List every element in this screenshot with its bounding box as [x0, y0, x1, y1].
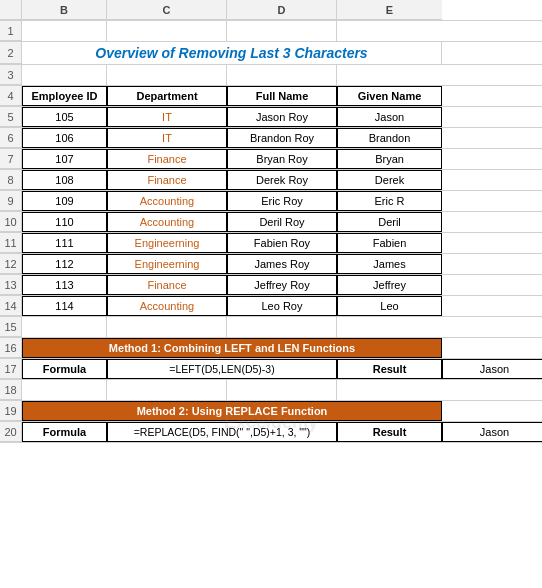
cell-dept-12: Engineerning: [107, 254, 227, 274]
row-num-3: 3: [0, 65, 22, 85]
cell-d1: [227, 21, 337, 41]
header-given-name: Given Name: [337, 86, 442, 106]
method2-header: Method 2: Using REPLACE Function: [22, 401, 442, 421]
cell-given-8: Derek: [337, 170, 442, 190]
row-num-10: 10: [0, 212, 22, 232]
cell-b15: [22, 317, 107, 337]
cell-full-9: Eric Roy: [227, 191, 337, 211]
cell-b18: [22, 380, 107, 400]
row-2: 2 Overview of Removing Last 3 Characters: [0, 42, 542, 65]
title-cell: Overview of Removing Last 3 Characters: [22, 42, 442, 64]
column-header-row: B C D E: [0, 0, 542, 21]
method1-result-label: Result: [337, 359, 442, 379]
cell-d18: [227, 380, 337, 400]
corner-header: [0, 0, 22, 20]
cell-dept-9: Accounting: [107, 191, 227, 211]
row-num-7: 7: [0, 149, 22, 169]
cell-id-13: 113: [22, 275, 107, 295]
cell-given-7: Bryan: [337, 149, 442, 169]
cell-full-13: Jeffrey Roy: [227, 275, 337, 295]
col-c-header: C: [107, 0, 227, 20]
data-row-8: 8 108 Finance Derek Roy Derek: [0, 170, 542, 191]
cell-given-12: James: [337, 254, 442, 274]
spreadsheet-container: B C D E 1 2 Overview of Removing Last 3 …: [0, 0, 542, 443]
cell-id-7: 107: [22, 149, 107, 169]
cell-given-11: Fabien: [337, 233, 442, 253]
method1-formula: =LEFT(D5,LEN(D5)-3): [107, 359, 337, 379]
cell-e1: [337, 21, 442, 41]
cell-id-8: 108: [22, 170, 107, 190]
header-full-name: Full Name: [227, 86, 337, 106]
cell-given-9: Eric R: [337, 191, 442, 211]
cell-given-10: Deril: [337, 212, 442, 232]
row-num-5: 5: [0, 107, 22, 127]
data-row-5: 5 105 IT Jason Roy Jason: [0, 107, 542, 128]
col-e-header: E: [337, 0, 442, 20]
method2-result-label: Result: [337, 422, 442, 442]
cell-b3: [22, 65, 107, 85]
data-row-13: 13 113 Finance Jeffrey Roy Jeffrey: [0, 275, 542, 296]
row-num-12: 12: [0, 254, 22, 274]
cell-d15: [227, 317, 337, 337]
col-b-header: B: [22, 0, 107, 20]
cell-dept-13: Finance: [107, 275, 227, 295]
cell-id-6: 106: [22, 128, 107, 148]
row-num-11: 11: [0, 233, 22, 253]
row-num-18: 18: [0, 380, 22, 400]
cell-e3: [337, 65, 442, 85]
cell-id-5: 105: [22, 107, 107, 127]
cell-given-6: Brandon: [337, 128, 442, 148]
cell-dept-11: Engineerning: [107, 233, 227, 253]
cell-c18: [107, 380, 227, 400]
cell-id-12: 112: [22, 254, 107, 274]
data-row-10: 10 110 Accounting Deril Roy Deril: [0, 212, 542, 233]
row-num-2: 2: [0, 42, 22, 64]
row-15: 15: [0, 317, 542, 338]
method1-header: Method 1: Combining LEFT and LEN Functio…: [22, 338, 442, 358]
cell-dept-14: Accounting: [107, 296, 227, 316]
cell-id-10: 110: [22, 212, 107, 232]
data-row-6: 6 106 IT Brandon Roy Brandon: [0, 128, 542, 149]
cell-full-12: James Roy: [227, 254, 337, 274]
row-16: 16 Method 1: Combining LEFT and LEN Func…: [0, 338, 542, 359]
cell-dept-10: Accounting: [107, 212, 227, 232]
method2-formula: =REPLACE(D5, FIND(" ",D5)+1, 3, ""): [107, 422, 337, 442]
method1-result: Jason: [442, 359, 542, 379]
method1-label: Formula: [22, 359, 107, 379]
cell-dept-7: Finance: [107, 149, 227, 169]
cell-id-14: 114: [22, 296, 107, 316]
cell-full-7: Bryan Roy: [227, 149, 337, 169]
cell-e15: [337, 317, 442, 337]
row-3: 3: [0, 65, 542, 86]
col-d-header: D: [227, 0, 337, 20]
cell-e18: [337, 380, 442, 400]
row-1: 1: [0, 21, 542, 42]
cell-full-10: Deril Roy: [227, 212, 337, 232]
row-num-15: 15: [0, 317, 22, 337]
cell-full-6: Brandon Roy: [227, 128, 337, 148]
row-num-19: 19: [0, 401, 22, 421]
row-num-6: 6: [0, 128, 22, 148]
data-row-12: 12 112 Engineerning James Roy James: [0, 254, 542, 275]
row-18: 18: [0, 380, 542, 401]
cell-b1: [22, 21, 107, 41]
row-num-16: 16: [0, 338, 22, 358]
cell-given-5: Jason: [337, 107, 442, 127]
row-num-14: 14: [0, 296, 22, 316]
cell-full-5: Jason Roy: [227, 107, 337, 127]
cell-c1: [107, 21, 227, 41]
row-17: 17 Formula =LEFT(D5,LEN(D5)-3) Result Ja…: [0, 359, 542, 380]
cell-full-14: Leo Roy: [227, 296, 337, 316]
row-20: 20 Formula =REPLACE(D5, FIND(" ",D5)+1, …: [0, 422, 542, 443]
data-row-9: 9 109 Accounting Eric Roy Eric R: [0, 191, 542, 212]
row-19: 19 Method 2: Using REPLACE Function: [0, 401, 542, 422]
cell-dept-8: Finance: [107, 170, 227, 190]
row-4-headers: 4 Employee ID Department Full Name Given…: [0, 86, 542, 107]
row-num-8: 8: [0, 170, 22, 190]
cell-c15: [107, 317, 227, 337]
cell-dept-5: IT: [107, 107, 227, 127]
cell-full-8: Derek Roy: [227, 170, 337, 190]
row-num-17: 17: [0, 359, 22, 379]
row-num-4: 4: [0, 86, 22, 106]
method2-label: Formula: [22, 422, 107, 442]
